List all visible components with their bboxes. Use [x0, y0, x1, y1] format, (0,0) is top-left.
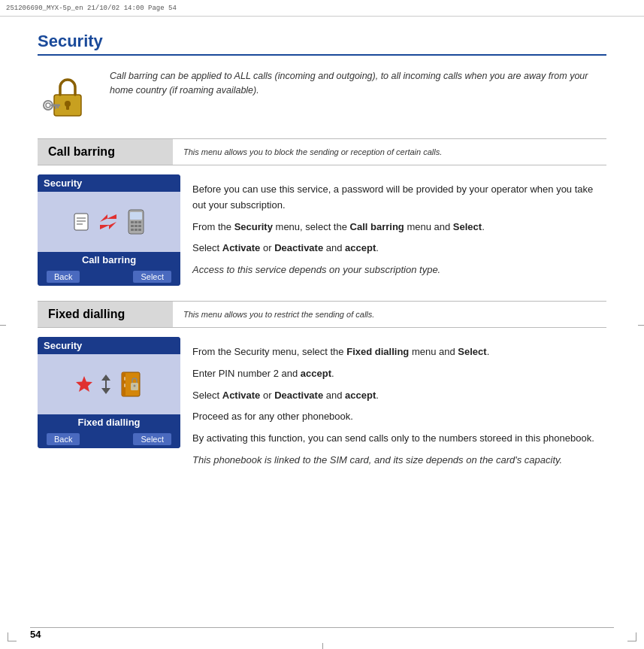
fd-p3-accept: accept — [345, 390, 376, 401]
call-barring-phone-screen: Security — [38, 174, 180, 286]
fd-detail-p2: Enter PIN number 2 and accept. — [192, 366, 606, 382]
fd-p1-end: . — [487, 346, 490, 357]
svg-marker-27 — [101, 388, 110, 394]
svg-marker-25 — [76, 376, 92, 392]
svg-rect-22 — [131, 229, 134, 231]
fd-detail-p3: Select Activate or Deactivate and accept… — [192, 388, 606, 404]
star-icon — [74, 375, 94, 394]
svg-rect-15 — [130, 212, 142, 220]
svg-rect-32 — [124, 384, 125, 387]
svg-rect-17 — [135, 221, 138, 223]
cb-p3-accept: accept — [345, 242, 376, 253]
call-barring-label-bar: Call barring — [38, 138, 173, 165]
fixed-dialling-select-btn[interactable]: Select — [133, 433, 171, 445]
fd-detail-p6: This phonebook is linked to the SIM card… — [192, 453, 606, 469]
call-barring-select-btn[interactable]: Select — [133, 271, 171, 283]
arrows-icon — [95, 211, 121, 232]
fixed-dialling-phone-buttons: Back Select — [38, 430, 180, 448]
svg-marker-26 — [101, 375, 110, 381]
cb-detail-p4: Access to this service depends on your s… — [192, 262, 606, 278]
header-text: 251206690_MYX-5p_en 21/10/02 14:00 Page … — [6, 5, 177, 12]
section-title: Security — [38, 32, 606, 56]
phone-icons-fd — [74, 371, 144, 398]
center-mark-left — [0, 325, 6, 326]
bottom-divider — [30, 627, 614, 628]
cb-detail-p1: Before you can use this service, a passw… — [192, 182, 606, 214]
fd-p2-accept: accept — [301, 368, 331, 379]
svg-rect-24 — [138, 229, 141, 231]
fixed-dialling-phone-label: Fixed dialling — [38, 414, 180, 430]
svg-rect-2 — [66, 105, 69, 110]
fixed-dialling-phone-screen: Security — [38, 337, 180, 448]
fd-p1-select: Select — [458, 346, 486, 357]
cb-p3-suffix: and — [323, 242, 345, 253]
svg-rect-18 — [138, 221, 141, 223]
cb-detail-p2: From the Security menu, select the Call … — [192, 220, 606, 235]
fixed-dialling-label-row: Fixed dialling This menu allows you to r… — [38, 301, 606, 328]
call-barring-desc: This menu allows you to block the sendin… — [173, 138, 606, 165]
fixed-dialling-content: Security — [38, 328, 606, 476]
lock-icon — [41, 69, 95, 123]
fixed-dialling-back-btn[interactable]: Back — [47, 433, 80, 445]
call-barring-phone-title: Security — [38, 174, 180, 192]
call-barring-phone-buttons: Back Select — [38, 268, 180, 286]
svg-rect-7 — [55, 106, 56, 109]
fd-p3-prefix: Select — [192, 390, 222, 401]
intro-block: Call barring can be applied to ALL calls… — [38, 69, 606, 123]
cb-p2-security: Security — [234, 221, 273, 232]
cb-p2-suffix: menu and — [404, 221, 453, 232]
fd-p1-prefix: From the Security menu, select the — [192, 346, 346, 357]
svg-rect-21 — [138, 225, 141, 227]
cb-p2-select: Select — [453, 221, 482, 232]
cb-p3-prefix: Select — [192, 242, 222, 253]
fixed-dialling-detail: From the Security menu, select the Fixed… — [192, 337, 606, 476]
fixed-dialling-section: Fixed dialling This menu allows you to r… — [38, 301, 606, 476]
doc-icon — [71, 212, 91, 232]
fd-p3-or: or — [260, 390, 274, 401]
call-barring-detail: Before you can use this service, a passw… — [192, 174, 606, 286]
center-mark-right — [638, 325, 644, 326]
call-barring-phone-content — [38, 192, 180, 252]
cb-p2-prefix: From the — [192, 221, 234, 232]
fd-p3-activate: Activate — [222, 390, 261, 401]
fixed-dialling-phone-title: Security — [38, 337, 180, 354]
notebook-icon — [118, 371, 144, 398]
svg-rect-31 — [124, 377, 125, 381]
updown-arrows-icon — [98, 373, 113, 396]
fd-p1-bold: Fixed dialling — [346, 346, 409, 357]
svg-rect-19 — [131, 225, 134, 227]
fixed-dialling-label-bar: Fixed dialling — [38, 301, 173, 328]
cb-p2-mid: menu, select the — [273, 221, 350, 232]
fixed-dialling-desc: This menu allows you to restrict the sen… — [173, 301, 606, 328]
svg-rect-8 — [74, 214, 88, 230]
svg-marker-13 — [100, 222, 116, 229]
call-barring-label-row: Call barring This menu allows you to blo… — [38, 138, 606, 165]
cb-p3-deactivate: Deactivate — [274, 242, 323, 253]
svg-point-34 — [134, 385, 136, 387]
svg-rect-16 — [131, 221, 134, 223]
svg-rect-23 — [135, 229, 138, 231]
corner-mark-bl — [8, 632, 17, 641]
cb-p3-or: or — [260, 242, 274, 253]
fixed-dialling-phone-content — [38, 354, 180, 414]
call-barring-phone-label: Call barring — [38, 252, 180, 268]
fd-detail-p4: Proceed as for any other phonebook. — [192, 409, 606, 425]
intro-text: Call barring can be applied to ALL calls… — [110, 69, 606, 98]
cb-p3-end: . — [376, 242, 379, 253]
cb-detail-p3: Select Activate or Deactivate and accept… — [192, 241, 606, 256]
fd-p3-and: and — [323, 390, 345, 401]
fd-p1-suffix: menu and — [409, 346, 458, 357]
center-mark-bottom — [322, 643, 323, 649]
fd-detail-p5: By activating this function, you can sen… — [192, 431, 606, 447]
phone-icons-cb — [71, 208, 147, 235]
cb-p2-end: . — [482, 221, 485, 232]
call-barring-content: Security — [38, 165, 606, 286]
call-barring-back-btn[interactable]: Back — [47, 271, 80, 283]
call-barring-section: Call barring This menu allows you to blo… — [38, 138, 606, 286]
header-bar: 251206690_MYX-5p_en 21/10/02 14:00 Page … — [0, 0, 644, 17]
fd-detail-p1: From the Security menu, select the Fixed… — [192, 344, 606, 360]
main-content: Security Call barring can be applied to … — [30, 17, 614, 626]
svg-rect-20 — [135, 225, 138, 227]
fd-p3-end: . — [376, 390, 379, 401]
fixed-dialling-label: Fixed dialling — [48, 308, 125, 321]
